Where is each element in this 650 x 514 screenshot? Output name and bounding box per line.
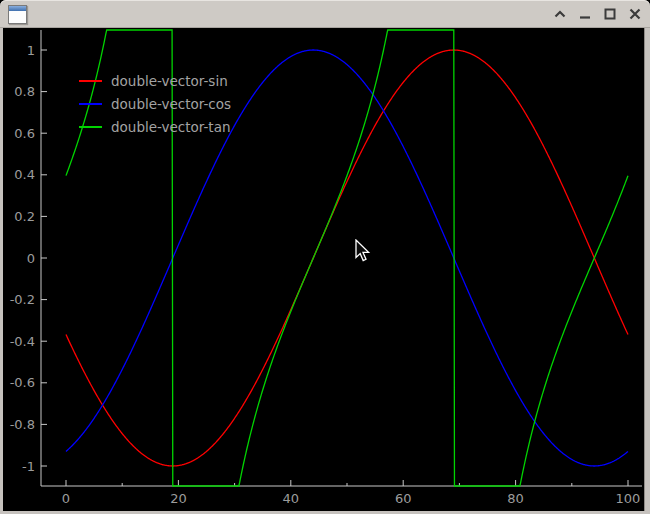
window-border-right — [644, 28, 650, 511]
plot-window: 10.80.60.40.20-0.2-0.4-0.6-0.8-102040608… — [0, 0, 650, 514]
window-app-icon-bar — [9, 6, 26, 11]
y-tick-label: 0.8 — [14, 84, 35, 99]
legend-swatch-double-vector-cos — [79, 103, 102, 105]
y-tick-label: 0.6 — [14, 126, 35, 141]
window-controls — [551, 0, 644, 28]
y-tick-label: 0.4 — [14, 167, 35, 182]
legend-item-double-vector-cos: double-vector-cos — [79, 96, 231, 112]
minimize-icon — [579, 9, 591, 19]
x-tick-label: 60 — [395, 491, 412, 506]
x-tick-label: 80 — [507, 491, 524, 506]
y-tick-label: -0.6 — [10, 375, 35, 390]
y-tick-label: -1 — [22, 459, 35, 474]
legend-label: double-vector-tan — [111, 119, 230, 135]
curve-double-vector-cos — [66, 50, 628, 466]
legend-label: double-vector-sin — [111, 73, 228, 89]
maximize-button[interactable] — [601, 5, 619, 23]
legend-item-double-vector-sin: double-vector-sin — [79, 73, 228, 89]
shade-button[interactable] — [551, 5, 569, 23]
chevron-up-icon — [554, 10, 566, 18]
y-tick-label: 1 — [27, 43, 35, 58]
titlebar[interactable] — [0, 0, 650, 28]
close-button[interactable] — [626, 5, 644, 23]
x-tick-label: 100 — [616, 491, 641, 506]
x-tick-label: 0 — [62, 491, 70, 506]
y-tick-label: 0 — [27, 251, 35, 266]
y-tick-label: -0.4 — [10, 334, 35, 349]
plot-canvas[interactable]: 10.80.60.40.20-0.2-0.4-0.6-0.8-102040608… — [3, 28, 644, 511]
y-tick-label: -0.8 — [10, 417, 35, 432]
legend-swatch-double-vector-tan — [79, 126, 102, 128]
x-tick-label: 20 — [170, 491, 187, 506]
window-app-icon[interactable] — [8, 5, 27, 24]
close-icon — [629, 8, 641, 20]
legend-label: double-vector-cos — [111, 96, 231, 112]
legend-swatch-double-vector-sin — [79, 80, 102, 82]
curve-double-vector-sin — [66, 50, 628, 466]
legend-item-double-vector-tan: double-vector-tan — [79, 119, 230, 135]
y-tick-label: 0.2 — [14, 209, 35, 224]
maximize-icon — [604, 8, 616, 20]
y-tick-label: -0.2 — [10, 292, 35, 307]
minimize-button[interactable] — [576, 5, 594, 23]
x-tick-label: 40 — [283, 491, 300, 506]
